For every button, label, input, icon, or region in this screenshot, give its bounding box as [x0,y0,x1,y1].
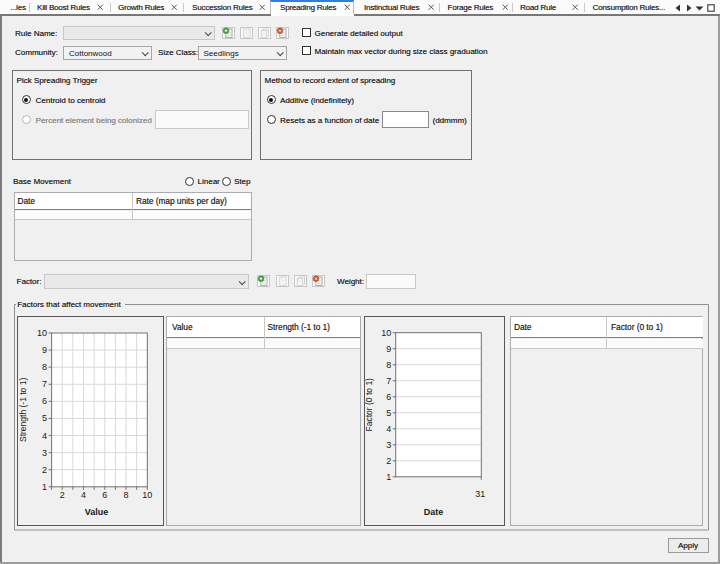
svg-text:6: 6 [386,392,391,402]
svg-text:Factor (0 to 1): Factor (0 to 1) [364,378,374,432]
svg-text:10: 10 [37,328,47,338]
svg-text:2: 2 [386,456,391,466]
svg-text:8: 8 [386,360,391,370]
svg-text:10: 10 [381,328,391,338]
svg-text:31: 31 [475,489,485,499]
svg-text:1: 1 [386,472,391,482]
svg-text:4: 4 [42,431,47,441]
svg-text:9: 9 [386,344,391,354]
svg-text:1: 1 [42,482,47,492]
svg-text:3: 3 [386,440,391,450]
svg-text:2: 2 [60,490,65,500]
svg-text:5: 5 [386,408,391,418]
svg-text:3: 3 [42,448,47,458]
svg-text:8: 8 [124,490,129,500]
svg-text:4: 4 [386,424,391,434]
svg-text:Date: Date [424,507,444,517]
svg-text:8: 8 [42,362,47,372]
svg-text:7: 7 [386,376,391,386]
svg-text:Value: Value [85,507,109,517]
svg-text:10: 10 [142,490,152,500]
svg-text:6: 6 [102,490,107,500]
svg-text:6: 6 [42,396,47,406]
svg-text:Strength (-1 to 1): Strength (-1 to 1) [18,378,28,442]
svg-text:4: 4 [81,490,86,500]
svg-text:5: 5 [42,413,47,423]
svg-text:9: 9 [42,345,47,355]
svg-text:7: 7 [42,379,47,389]
svg-text:2: 2 [42,465,47,475]
